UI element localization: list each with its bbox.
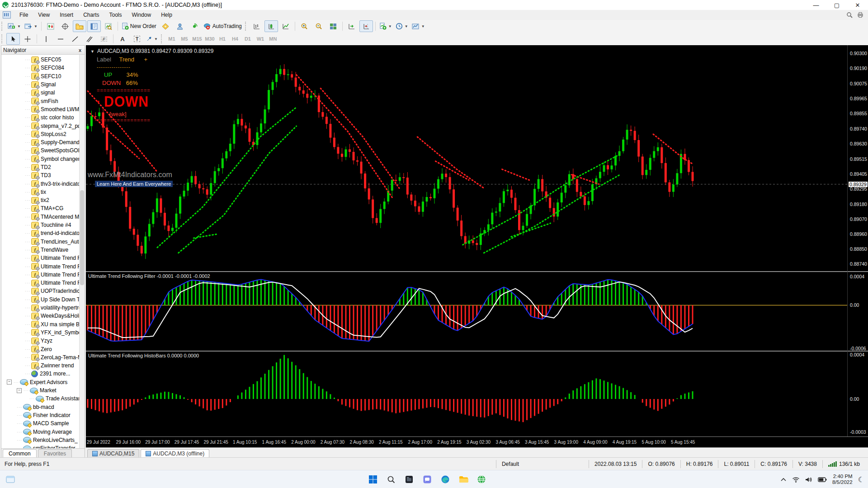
timeframe-mn[interactable]: MN <box>267 33 279 44</box>
autotrading-label[interactable]: AutoTrading <box>212 23 242 29</box>
chart-area[interactable]: ▼AUDCAD,M3 0.89381 0.89427 0.89309 0.893… <box>86 45 868 457</box>
nav-item-yfx-ind-symbolv[interactable]: ···ƒYFX_ind_SymbolV <box>1 328 85 337</box>
strategy-tester-button[interactable] <box>102 20 115 32</box>
nav-item-ultimate-trend-fo[interactable]: ···ƒUltimate Trend Fo <box>1 262 85 270</box>
expand-collapse-box[interactable]: − <box>17 388 22 393</box>
nav-item-ultimate-trend-fo[interactable]: ···ƒUltimate Trend Fo <box>1 271 85 279</box>
tray-chevron-up-icon[interactable] <box>780 477 787 482</box>
new-order-label[interactable]: New Order <box>130 23 156 29</box>
menu-item-view[interactable]: View <box>33 11 55 19</box>
nav-item-smfishertransfor[interactable]: ···smFisherTransfor <box>1 444 85 448</box>
menu-item-file[interactable]: File <box>14 11 33 19</box>
histobars-indicator-pane[interactable]: Ultimate Trend Following HistoBars 0.000… <box>86 352 868 436</box>
candlestick-chart-button[interactable] <box>264 20 278 32</box>
horizontal-line-tool-button[interactable] <box>54 33 67 45</box>
navigator-button[interactable] <box>73 20 86 32</box>
start-button[interactable] <box>367 474 379 485</box>
maximize-button[interactable]: ▢ <box>826 0 847 10</box>
taskbar-clock[interactable]: 2:40 PM 8/5/2022 <box>832 474 853 485</box>
nav-item-symbol-changer[interactable]: ···ƒSymbol changer <box>1 155 85 163</box>
text-label-tool-button[interactable]: T <box>130 33 144 45</box>
publish-button[interactable] <box>173 20 187 32</box>
nav-item-td3[interactable]: ···ƒTD3 <box>1 171 85 179</box>
toolbar-grip[interactable] <box>1 34 5 43</box>
nav-item-smoothed-lwma[interactable]: ···ƒSmoothed LWMA <box>1 105 85 113</box>
expand-collapse-box[interactable]: − <box>7 380 12 385</box>
nav-item-smfish[interactable]: ···ƒsmFish <box>1 97 85 105</box>
nav-item-sefc10[interactable]: ···ƒSEFC10 <box>1 72 85 80</box>
chart-tab-audcad-m15[interactable]: AUDCAD,M15 <box>87 449 139 458</box>
nav-item-td2[interactable]: ···ƒTD2 <box>1 163 85 171</box>
nav-item-renkolivecharts-[interactable]: ···RenkoLiveCharts_ <box>1 436 85 444</box>
nav-tab-common[interactable]: Common <box>3 449 37 458</box>
pinned-window-icon[interactable] <box>5 474 16 485</box>
dropdown-arrow-icon[interactable]: ▼ <box>17 24 21 28</box>
edge-browser-icon[interactable] <box>439 474 451 485</box>
zoom-in-button[interactable] <box>297 20 311 32</box>
scrollbar-thumb[interactable] <box>80 190 84 285</box>
fibonacci-tool-button[interactable]: F <box>97 33 111 45</box>
nav-item-fisher-indicator[interactable]: ···Fisher Indicator <box>1 411 85 419</box>
nav-item-thv3-trix-indicato[interactable]: ···ƒthv3-trix-indicato <box>1 179 85 188</box>
new-chart-button[interactable]: ▼ <box>6 20 22 32</box>
nav-item-supply-demand-[interactable]: ···ƒSupply-Demand- <box>1 138 85 146</box>
nav-item-tix[interactable]: ···ƒtix <box>1 188 85 196</box>
night-mode-moon-icon[interactable]: ☾ <box>858 475 864 484</box>
chart-tab-audcad-m3-offline-[interactable]: AUDCAD,M3 (offline) <box>141 449 209 458</box>
nav-item-signal[interactable]: ···ƒSignal <box>1 80 85 89</box>
vertical-line-tool-button[interactable] <box>39 33 53 45</box>
channel-tool-button[interactable] <box>83 33 96 45</box>
nav-item-stc-color-histo[interactable]: ···ƒstc color histo <box>1 113 85 122</box>
cursor-tool-button[interactable] <box>6 33 20 45</box>
search-icon[interactable] <box>385 474 397 485</box>
menu-item-insert[interactable]: Insert <box>55 11 78 19</box>
timeframe-m15[interactable]: M15 <box>191 33 203 44</box>
indicators-button[interactable]: ▼ <box>378 20 393 32</box>
nav-item-trendlines-auto[interactable]: ···ƒTrendLines_Auto <box>1 238 85 246</box>
timeframe-h4[interactable]: H4 <box>229 33 241 44</box>
nav-item-signal[interactable]: ···ƒsignal <box>1 89 85 97</box>
timeframe-w1[interactable]: W1 <box>254 33 267 44</box>
auto-scroll-button[interactable] <box>345 20 359 32</box>
nav-item-bb-macd[interactable]: ···bb-macd <box>1 403 85 411</box>
dropdown-arrow-icon[interactable]: ▼ <box>421 24 425 28</box>
nav-item-sefc05[interactable]: ···ƒSEFC05 <box>1 56 85 64</box>
chevron-down-icon[interactable]: ▼ <box>90 49 94 54</box>
green-browser-icon[interactable] <box>476 474 487 485</box>
dropdown-arrow-icon[interactable]: ▼ <box>154 37 158 41</box>
nav-item-xu-ma-simple-bt[interactable]: ···ƒXU ma simple BT <box>1 320 85 328</box>
nav-item-zwinner-trend[interactable]: ···ƒZwinner trend <box>1 361 85 370</box>
file-explorer-dark-icon[interactable] <box>403 474 415 485</box>
nav-item-ultimate-trend-fo[interactable]: ···ƒUltimate Trend Fo <box>1 279 85 287</box>
zoom-out-button[interactable] <box>312 20 326 32</box>
nav-item-ultimate-trend-fo[interactable]: ···ƒUltimate Trend Fo <box>1 254 85 262</box>
nav-item-yzyz[interactable]: ···ƒYzyz <box>1 337 85 345</box>
minimize-button[interactable]: — <box>806 0 826 10</box>
nav-item-touchline-4[interactable]: ···ƒTouchline #4 <box>1 221 85 229</box>
chart-shift-button[interactable] <box>359 20 373 32</box>
nav-item-volatility-hypertre[interactable]: ···ƒvolatility-hypertre <box>1 304 85 312</box>
print-icon[interactable] <box>857 12 863 18</box>
nav-item-tix2[interactable]: ···ƒtix2 <box>1 196 85 204</box>
wifi-icon[interactable] <box>792 477 800 483</box>
nav-item-expert-advisors[interactable]: −···Expert Advisors <box>1 378 85 386</box>
nav-item-up-side-down-tre[interactable]: ···ƒUp Side Down Tre <box>1 296 85 304</box>
file-explorer-folder-icon[interactable] <box>458 474 469 485</box>
toolbar-grip[interactable] <box>1 22 5 31</box>
nav-item-stoploss2[interactable]: ···ƒStopLoss2 <box>1 130 85 138</box>
nav-item-macd-sample[interactable]: ···MACD Sample <box>1 419 85 427</box>
navigator-close-icon[interactable]: x <box>77 47 83 53</box>
nav-item-sefc084[interactable]: ···ƒSEFC084 <box>1 64 85 72</box>
nav-tab-favorites[interactable]: Favorites <box>38 449 72 458</box>
new-order-button[interactable]: New Order <box>120 20 158 32</box>
nav-item-tmacentered-ma[interactable]: ···ƒTMAcentered MA <box>1 213 85 221</box>
timeframe-m30[interactable]: M30 <box>203 33 216 44</box>
news-button[interactable] <box>188 20 201 32</box>
bar-chart-button[interactable] <box>250 20 264 32</box>
market-watch-button[interactable] <box>44 20 57 32</box>
dropdown-arrow-icon[interactable]: ▼ <box>388 24 392 28</box>
nav-item-trendwave[interactable]: ···ƒTrendWave <box>1 246 85 254</box>
nav-item-trade-assistan[interactable]: ···Trade Assistan <box>1 394 85 403</box>
teams-chat-icon[interactable] <box>421 474 433 485</box>
nav-item-tma-cg[interactable]: ···ƒTMA+CG <box>1 204 85 212</box>
